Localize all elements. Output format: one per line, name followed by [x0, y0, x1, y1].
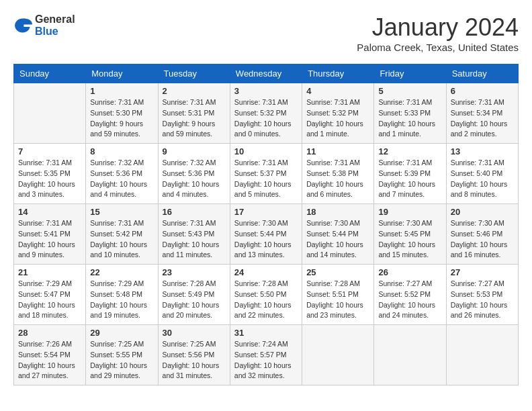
day-number: 9	[163, 146, 226, 156]
day-number: 26	[378, 267, 441, 277]
calendar-cell: 5Sunrise: 7:31 AM Sunset: 5:33 PM Daylig…	[374, 83, 446, 144]
calendar-cell: 19Sunrise: 7:30 AM Sunset: 5:45 PM Dayli…	[374, 204, 446, 265]
calendar-cell: 2Sunrise: 7:31 AM Sunset: 5:31 PM Daylig…	[158, 83, 230, 144]
day-number: 29	[90, 328, 153, 338]
calendar-cell: 13Sunrise: 7:31 AM Sunset: 5:40 PM Dayli…	[446, 144, 518, 204]
day-number: 1	[90, 86, 153, 96]
day-info: Sunrise: 7:29 AM Sunset: 5:47 PM Dayligh…	[18, 279, 81, 321]
day-info: Sunrise: 7:25 AM Sunset: 5:56 PM Dayligh…	[163, 339, 226, 381]
day-info: Sunrise: 7:31 AM Sunset: 5:41 PM Dayligh…	[18, 218, 81, 261]
day-number: 7	[18, 146, 81, 156]
day-info: Sunrise: 7:30 AM Sunset: 5:45 PM Dayligh…	[378, 218, 441, 261]
day-info: Sunrise: 7:26 AM Sunset: 5:54 PM Dayligh…	[18, 339, 81, 381]
day-info: Sunrise: 7:29 AM Sunset: 5:48 PM Dayligh…	[90, 279, 153, 321]
day-number: 27	[451, 267, 514, 277]
calendar-cell: 21Sunrise: 7:29 AM Sunset: 5:47 PM Dayli…	[14, 265, 86, 325]
day-info: Sunrise: 7:31 AM Sunset: 5:30 PM Dayligh…	[90, 97, 153, 140]
calendar-cell: 12Sunrise: 7:31 AM Sunset: 5:39 PM Dayli…	[374, 144, 446, 204]
week-row-0: 1Sunrise: 7:31 AM Sunset: 5:30 PM Daylig…	[14, 83, 519, 144]
day-info: Sunrise: 7:31 AM Sunset: 5:34 PM Dayligh…	[451, 97, 514, 140]
day-info: Sunrise: 7:30 AM Sunset: 5:44 PM Dayligh…	[306, 218, 369, 261]
day-info: Sunrise: 7:31 AM Sunset: 5:32 PM Dayligh…	[234, 97, 298, 140]
calendar-cell: 31Sunrise: 7:24 AM Sunset: 5:57 PM Dayli…	[230, 325, 302, 385]
day-number: 10	[234, 146, 298, 156]
calendar-cell: 30Sunrise: 7:25 AM Sunset: 5:56 PM Dayli…	[158, 325, 230, 385]
day-info: Sunrise: 7:31 AM Sunset: 5:43 PM Dayligh…	[163, 218, 226, 261]
day-header-sunday: Sunday	[14, 64, 86, 83]
day-number: 15	[90, 207, 153, 217]
day-number: 17	[234, 207, 298, 217]
day-number: 14	[18, 207, 81, 217]
calendar-cell: 16Sunrise: 7:31 AM Sunset: 5:43 PM Dayli…	[158, 204, 230, 265]
day-header-tuesday: Tuesday	[158, 64, 230, 83]
day-number: 5	[378, 86, 441, 96]
day-info: Sunrise: 7:31 AM Sunset: 5:35 PM Dayligh…	[18, 158, 81, 200]
day-info: Sunrise: 7:31 AM Sunset: 5:31 PM Dayligh…	[163, 97, 226, 140]
day-info: Sunrise: 7:32 AM Sunset: 5:36 PM Dayligh…	[90, 158, 153, 200]
day-info: Sunrise: 7:31 AM Sunset: 5:39 PM Dayligh…	[378, 158, 441, 200]
day-number: 12	[378, 146, 441, 156]
day-info: Sunrise: 7:31 AM Sunset: 5:33 PM Dayligh…	[378, 97, 441, 140]
calendar-cell: 25Sunrise: 7:28 AM Sunset: 5:51 PM Dayli…	[302, 265, 374, 325]
day-header-thursday: Thursday	[302, 64, 374, 83]
day-number: 6	[451, 86, 514, 96]
calendar-cell: 18Sunrise: 7:30 AM Sunset: 5:44 PM Dayli…	[302, 204, 374, 265]
day-info: Sunrise: 7:28 AM Sunset: 5:50 PM Dayligh…	[234, 279, 298, 321]
calendar-cell: 6Sunrise: 7:31 AM Sunset: 5:34 PM Daylig…	[446, 83, 518, 144]
calendar-cell: 29Sunrise: 7:25 AM Sunset: 5:55 PM Dayli…	[86, 325, 158, 385]
day-number: 11	[306, 146, 369, 156]
day-info: Sunrise: 7:31 AM Sunset: 5:37 PM Dayligh…	[234, 158, 298, 200]
day-info: Sunrise: 7:31 AM Sunset: 5:38 PM Dayligh…	[306, 158, 369, 200]
calendar-header: SundayMondayTuesdayWednesdayThursdayFrid…	[14, 64, 519, 83]
day-info: Sunrise: 7:31 AM Sunset: 5:42 PM Dayligh…	[90, 218, 153, 261]
day-number: 22	[90, 267, 153, 277]
calendar-table: SundayMondayTuesdayWednesdayThursdayFrid…	[13, 64, 519, 385]
day-info: Sunrise: 7:30 AM Sunset: 5:46 PM Dayligh…	[451, 218, 514, 261]
day-number: 24	[234, 267, 298, 277]
day-header-saturday: Saturday	[446, 64, 518, 83]
day-info: Sunrise: 7:32 AM Sunset: 5:36 PM Dayligh…	[163, 158, 226, 200]
logo-general: General	[35, 13, 75, 26]
header-row: SundayMondayTuesdayWednesdayThursdayFrid…	[14, 64, 519, 83]
day-number: 8	[90, 146, 153, 156]
day-info: Sunrise: 7:27 AM Sunset: 5:53 PM Dayligh…	[451, 279, 514, 321]
day-header-monday: Monday	[86, 64, 158, 83]
location: Paloma Creek, Texas, United States	[357, 42, 519, 53]
calendar-cell: 4Sunrise: 7:31 AM Sunset: 5:32 PM Daylig…	[302, 83, 374, 144]
calendar-body: 1Sunrise: 7:31 AM Sunset: 5:30 PM Daylig…	[14, 83, 519, 385]
day-number: 2	[163, 86, 226, 96]
day-info: Sunrise: 7:31 AM Sunset: 5:32 PM Dayligh…	[306, 97, 369, 140]
day-header-wednesday: Wednesday	[230, 64, 302, 83]
month-title: January 2024	[357, 13, 519, 42]
day-info: Sunrise: 7:30 AM Sunset: 5:44 PM Dayligh…	[234, 218, 298, 261]
day-info: Sunrise: 7:24 AM Sunset: 5:57 PM Dayligh…	[234, 339, 298, 381]
calendar-cell: 27Sunrise: 7:27 AM Sunset: 5:53 PM Dayli…	[446, 265, 518, 325]
calendar-cell: 15Sunrise: 7:31 AM Sunset: 5:42 PM Dayli…	[86, 204, 158, 265]
day-info: Sunrise: 7:31 AM Sunset: 5:40 PM Dayligh…	[451, 158, 514, 200]
day-number: 21	[18, 267, 81, 277]
logo-blue: Blue	[35, 26, 75, 38]
week-row-4: 28Sunrise: 7:26 AM Sunset: 5:54 PM Dayli…	[14, 325, 519, 385]
day-number: 19	[378, 207, 441, 217]
logo-text: General Blue	[35, 13, 75, 38]
day-number: 30	[163, 328, 226, 338]
day-number: 25	[306, 267, 369, 277]
calendar-cell	[302, 325, 374, 385]
day-number: 16	[163, 207, 226, 217]
title-block: January 2024 Paloma Creek, Texas, United…	[357, 13, 519, 53]
day-number: 20	[451, 207, 514, 217]
calendar-cell: 3Sunrise: 7:31 AM Sunset: 5:32 PM Daylig…	[230, 83, 302, 144]
logo: General Blue	[13, 13, 75, 38]
day-number: 4	[306, 86, 369, 96]
calendar-cell: 23Sunrise: 7:28 AM Sunset: 5:49 PM Dayli…	[158, 265, 230, 325]
day-number: 13	[451, 146, 514, 156]
calendar-cell	[446, 325, 518, 385]
day-info: Sunrise: 7:25 AM Sunset: 5:55 PM Dayligh…	[90, 339, 153, 381]
day-number: 28	[18, 328, 81, 338]
calendar-cell: 10Sunrise: 7:31 AM Sunset: 5:37 PM Dayli…	[230, 144, 302, 204]
calendar-cell: 9Sunrise: 7:32 AM Sunset: 5:36 PM Daylig…	[158, 144, 230, 204]
day-number: 18	[306, 207, 369, 217]
calendar-cell: 22Sunrise: 7:29 AM Sunset: 5:48 PM Dayli…	[86, 265, 158, 325]
calendar-cell: 8Sunrise: 7:32 AM Sunset: 5:36 PM Daylig…	[86, 144, 158, 204]
calendar-cell	[374, 325, 446, 385]
